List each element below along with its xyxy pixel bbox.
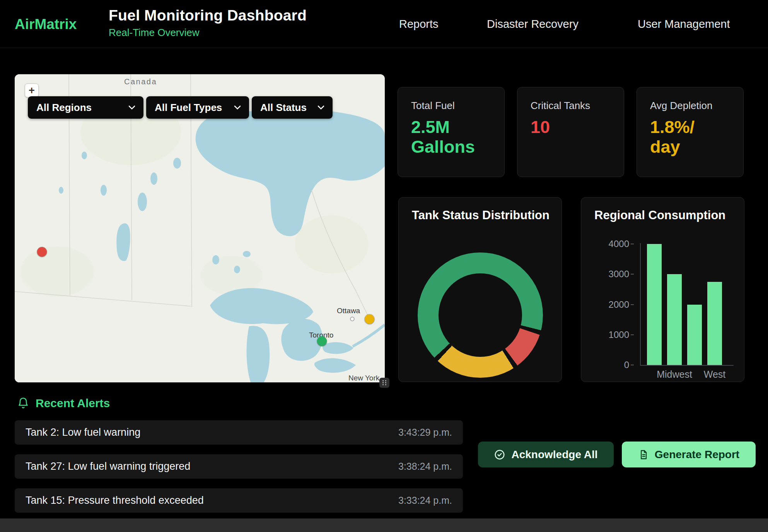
- alert-time: 3:38:24 p.m.: [398, 461, 452, 472]
- tank-marker-critical[interactable]: [37, 247, 47, 257]
- document-icon: [638, 449, 649, 460]
- regional-consumption-card: Regional Consumption 01000200030004000 M…: [581, 197, 744, 382]
- stat-value: 2.5M Gallons: [411, 117, 495, 157]
- stat-label: Avg Depletion: [650, 100, 734, 112]
- donut-chart: [418, 252, 543, 378]
- acknowledge-all-label: Acknowledge All: [511, 448, 597, 461]
- tank-status-distribution-card: Tank Status Distribution: [398, 197, 562, 382]
- x-tick-label: [687, 369, 702, 380]
- fuel-type-filter-select[interactable]: All Fuel Types: [146, 96, 249, 119]
- bar: [647, 244, 662, 365]
- stat-card-critical-tanks: Critical Tanks 10: [517, 87, 624, 177]
- region-filter-value: All Regions: [36, 102, 92, 114]
- x-axis-line: [640, 365, 734, 366]
- nav-user-management[interactable]: User Management: [638, 0, 730, 48]
- status-filter-value: All Status: [260, 102, 307, 114]
- chevron-down-icon: [234, 105, 241, 110]
- bar-chart-y-axis: 01000200030004000: [581, 244, 636, 365]
- page-subtitle: Real-Time Overview: [109, 27, 307, 39]
- check-circle-icon: [494, 449, 505, 460]
- y-tick-label: 3000: [581, 269, 629, 280]
- nav-reports[interactable]: Reports: [399, 0, 439, 48]
- alert-time: 3:33:24 p.m.: [398, 495, 452, 506]
- stat-label: Critical Tanks: [531, 100, 614, 112]
- stat-value-line: 10: [531, 117, 614, 137]
- map-filters: All Regions All Fuel Types All Status: [28, 96, 333, 119]
- generate-report-label: Generate Report: [655, 448, 739, 461]
- bar-chart-plot: [647, 244, 729, 365]
- chevron-down-icon: [317, 105, 325, 110]
- y-tick-label: 2000: [581, 299, 629, 310]
- fuel-type-filter-value: All Fuel Types: [155, 102, 222, 114]
- stat-card-avg-depletion: Avg Depletion 1.8%/ day: [637, 87, 744, 177]
- alerts-heading: Recent Alerts: [36, 397, 110, 410]
- resize-handle[interactable]: [379, 378, 389, 388]
- stat-value-line: day: [650, 137, 734, 157]
- y-axis-line: [640, 243, 641, 366]
- tank-marker-normal[interactable]: [317, 336, 327, 346]
- page-title: Fuel Monitoring Dashboard: [109, 7, 307, 24]
- map-canvas[interactable]: [15, 74, 385, 382]
- stat-value-line: Gallons: [411, 137, 495, 157]
- alert-row[interactable]: Tank 27: Low fuel warning triggered 3:38…: [15, 454, 463, 479]
- ottawa-town-dot: [350, 317, 354, 321]
- tank-marker-warning[interactable]: [365, 314, 374, 324]
- stat-value: 1.8%/ day: [650, 117, 734, 157]
- stat-value-line: 1.8%/: [650, 117, 734, 137]
- bar: [687, 305, 702, 365]
- bar: [667, 274, 682, 365]
- chart-title: Regional Consumption: [594, 208, 725, 222]
- stat-value: 10: [531, 117, 614, 137]
- region-filter-select[interactable]: All Regions: [28, 96, 143, 119]
- x-tick-label: Midwest: [667, 369, 682, 380]
- chart-title: Tank Status Distribution: [412, 208, 550, 222]
- bar-chart-x-axis: MidwestWest: [647, 369, 729, 380]
- alert-row[interactable]: Tank 2: Low fuel warning 3:43:29 p.m.: [15, 420, 463, 445]
- x-tick-label: West: [707, 369, 722, 380]
- bar: [707, 282, 722, 365]
- alert-row[interactable]: Tank 15: Pressure threshold exceeded 3:3…: [15, 488, 463, 513]
- header: AirMatrix Fuel Monitoring Dashboard Real…: [0, 0, 768, 48]
- map[interactable]: + All Regions All Fuel Types All Status: [15, 74, 385, 382]
- nav-disaster-recovery[interactable]: Disaster Recovery: [487, 0, 579, 48]
- grip-dots-icon: [380, 379, 389, 387]
- alert-time: 3:43:29 p.m.: [398, 427, 452, 438]
- stat-card-total-fuel: Total Fuel 2.5M Gallons: [398, 87, 505, 177]
- generate-report-button[interactable]: Generate Report: [622, 442, 756, 467]
- bell-icon: [17, 397, 29, 409]
- y-tick-label: 1000: [581, 329, 629, 340]
- alert-message: Tank 15: Pressure threshold exceeded: [26, 494, 204, 506]
- donut-hole: [439, 273, 522, 357]
- app-logo[interactable]: AirMatrix: [15, 16, 77, 32]
- alert-message: Tank 27: Low fuel warning triggered: [26, 460, 190, 472]
- title-block: Fuel Monitoring Dashboard Real-Time Over…: [109, 7, 307, 39]
- bottom-bar: [0, 518, 768, 532]
- alert-message: Tank 2: Low fuel warning: [26, 426, 140, 438]
- stat-label: Total Fuel: [411, 100, 495, 112]
- stat-value-line: 2.5M: [411, 117, 495, 137]
- app-root: AirMatrix Fuel Monitoring Dashboard Real…: [0, 0, 768, 532]
- y-tick-label: 0: [581, 360, 629, 370]
- acknowledge-all-button[interactable]: Acknowledge All: [478, 442, 614, 467]
- y-tick-label: 4000: [581, 239, 629, 249]
- zoom-in-button[interactable]: +: [25, 84, 39, 97]
- alerts-header: Recent Alerts: [17, 397, 110, 410]
- chevron-down-icon: [128, 105, 136, 110]
- status-filter-select[interactable]: All Status: [252, 96, 333, 119]
